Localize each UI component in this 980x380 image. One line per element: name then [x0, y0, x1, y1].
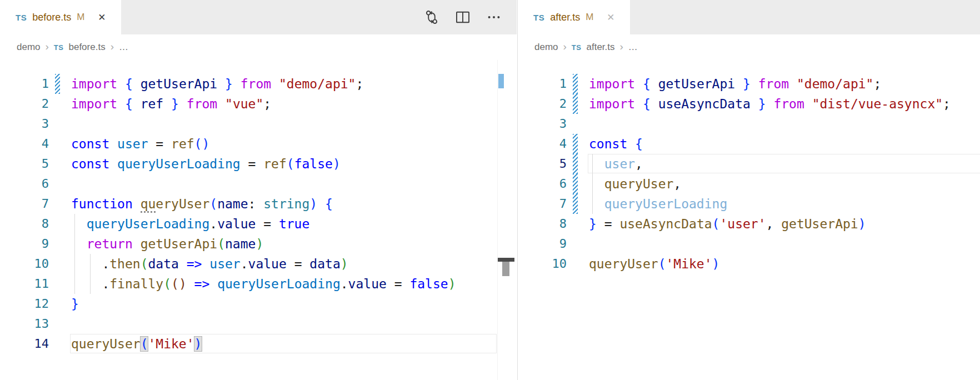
- breadcrumb-item-demo[interactable]: demo: [17, 42, 41, 53]
- breadcrumb-item-before.ts[interactable]: before.ts: [68, 42, 105, 53]
- code-token: ): [341, 257, 348, 271]
- line-number[interactable]: 4: [518, 134, 567, 154]
- code-token: [651, 97, 658, 111]
- code-token: value: [248, 257, 287, 271]
- split-editor-button[interactable]: [454, 9, 471, 26]
- code-line[interactable]: 6: [0, 174, 517, 194]
- code-line[interactable]: 10queryUser('Mike'): [518, 254, 980, 274]
- line-number[interactable]: 3: [518, 114, 567, 134]
- open-changes-button[interactable]: [423, 9, 440, 26]
- line-number[interactable]: 5: [518, 154, 567, 174]
- code-line[interactable]: 14queryUser('Mike'): [0, 334, 517, 354]
- line-number[interactable]: 2: [0, 94, 49, 114]
- code-line[interactable]: 1import { getUserApi } from "demo/api";: [0, 74, 517, 94]
- line-number[interactable]: 1: [0, 74, 49, 94]
- tab-after.ts[interactable]: TSafter.tsM✕: [518, 0, 630, 34]
- code-token: user: [604, 157, 635, 171]
- code-token: const: [71, 157, 109, 171]
- line-number[interactable]: 8: [0, 214, 49, 234]
- close-tab-button[interactable]: ✕: [603, 10, 618, 24]
- code-line[interactable]: 13: [0, 314, 517, 334]
- line-number[interactable]: 5: [0, 154, 49, 174]
- code-line[interactable]: 1import { getUserApi } from "demo/api";: [518, 74, 980, 94]
- line-number[interactable]: 1: [518, 74, 567, 94]
- line-number[interactable]: 2: [518, 94, 567, 114]
- close-tab-button[interactable]: ✕: [94, 10, 109, 24]
- code-line[interactable]: 10 .then(data => user.value = data): [0, 254, 517, 274]
- line-number[interactable]: 7: [518, 194, 567, 214]
- line-number[interactable]: 6: [0, 174, 49, 194]
- code-token: useAsyncData: [658, 97, 751, 111]
- code-token: ,: [635, 157, 643, 171]
- code-line[interactable]: 3: [0, 114, 517, 134]
- code-token: getUserApi: [658, 77, 735, 91]
- code-token: useAsyncData: [619, 217, 712, 231]
- tab-before.ts[interactable]: TSbefore.tsM✕: [0, 0, 121, 34]
- code-line[interactable]: 9 return getUserApi(name): [0, 234, 517, 254]
- breadcrumb-item-after.ts[interactable]: after.ts: [586, 42, 614, 53]
- code-token: [71, 217, 87, 231]
- code-token: queryUser: [589, 257, 658, 271]
- code-token: [635, 77, 643, 91]
- code-token: =>: [187, 257, 202, 271]
- breadcrumb: demo›TSafter.ts›…: [518, 34, 980, 60]
- line-number[interactable]: 7: [0, 194, 49, 214]
- code-line[interactable]: 5const queryUserLoading = ref(false): [0, 154, 517, 174]
- line-number[interactable]: 4: [0, 134, 49, 154]
- line-number[interactable]: 3: [0, 114, 49, 134]
- code-text: .then(data => user.value = data): [71, 254, 348, 274]
- code-token: [271, 77, 279, 91]
- code-line[interactable]: 9: [518, 234, 980, 254]
- code-token: value: [348, 277, 387, 291]
- code-line[interactable]: 8} = useAsyncData('user', getUserApi): [518, 214, 980, 234]
- code-token: :: [248, 197, 264, 211]
- code-token: [202, 257, 209, 271]
- code-token: "demo/api": [797, 77, 873, 91]
- code-token: .: [102, 277, 109, 291]
- code-token: import: [589, 77, 635, 91]
- code-token: .: [341, 277, 348, 291]
- code-line[interactable]: 4const {: [518, 134, 980, 154]
- code-text: .finally(() => queryUserLoading.value = …: [71, 274, 456, 294]
- breadcrumb-item-[interactable]: …: [628, 42, 638, 53]
- code-line[interactable]: 6 queryUser,: [518, 174, 980, 194]
- line-number[interactable]: 9: [0, 234, 49, 254]
- code-text: queryUserLoading: [589, 194, 727, 214]
- code-text: return getUserApi(name): [71, 234, 263, 254]
- code-token: }: [743, 77, 751, 91]
- line-number[interactable]: 11: [0, 274, 49, 294]
- code-line[interactable]: 11 .finally(() => queryUserLoading.value…: [0, 274, 517, 294]
- code-line[interactable]: 5 user,: [518, 154, 980, 174]
- code-token: 'Mike': [148, 337, 194, 351]
- breadcrumb-item-[interactable]: …: [119, 42, 128, 53]
- matched-bracket: ): [194, 337, 202, 351]
- line-number[interactable]: 9: [518, 234, 567, 254]
- overview-cursor-marker: [498, 258, 514, 262]
- code-token: [589, 197, 604, 211]
- line-number[interactable]: 8: [518, 214, 567, 234]
- code-token: getUserApi: [141, 237, 217, 251]
- code-line[interactable]: 7 queryUserLoading: [518, 194, 980, 214]
- typescript-file-icon: TS: [16, 13, 27, 22]
- line-number[interactable]: 10: [0, 254, 49, 274]
- code-line[interactable]: 2import { ref } from "vue";: [0, 94, 517, 114]
- code-line[interactable]: 8 queryUserLoading.value = true: [0, 214, 517, 234]
- more-actions-button[interactable]: [486, 9, 502, 26]
- code-line[interactable]: 12}: [0, 294, 517, 314]
- code-line[interactable]: 7function queryUser(name: string) {: [0, 194, 517, 214]
- code-token: [187, 277, 194, 291]
- code-line[interactable]: 2import { useAsyncData } from "dist/vue-…: [518, 94, 980, 114]
- code-token: ref: [263, 157, 287, 171]
- line-number[interactable]: 14: [0, 334, 49, 354]
- line-number[interactable]: 6: [518, 174, 567, 194]
- breadcrumb-item-demo[interactable]: demo: [534, 42, 558, 53]
- scrollbar-thumb[interactable]: [502, 262, 509, 276]
- code-line[interactable]: 3: [518, 114, 980, 134]
- line-number[interactable]: 13: [0, 314, 49, 334]
- overview-ruler[interactable]: [497, 60, 514, 380]
- modified-line-gutter-marker: [573, 194, 578, 214]
- code-text: import { getUserApi } from "demo/api";: [71, 74, 363, 94]
- code-line[interactable]: 4const user = ref(): [0, 134, 517, 154]
- line-number[interactable]: 10: [518, 254, 567, 274]
- line-number[interactable]: 12: [0, 294, 49, 314]
